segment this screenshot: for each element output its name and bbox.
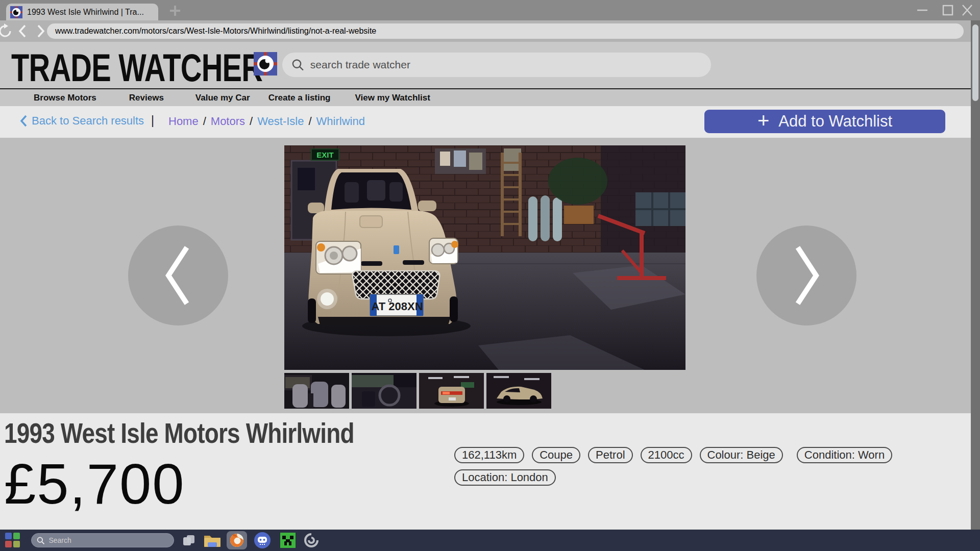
forward-icon[interactable] [32,22,49,40]
start-square-green [13,533,20,539]
chat-app-icon[interactable] [253,532,272,549]
back-to-search-label: Back to Search results [32,114,144,128]
search-icon [37,536,44,545]
minimize-icon[interactable] [915,3,930,17]
gallery-next-button[interactable] [756,226,856,325]
listing-info: 1993 West Isle Motors Whirlwind £5,700 1… [0,413,971,530]
browser-tab[interactable]: 1993 West Isle Whirlwind | Tra... [6,4,158,20]
crumb-separator: / [203,115,206,128]
taskbar [0,530,980,551]
spec-badges: 162,113km Coupe Petrol 2100cc Colour: Be… [454,447,960,486]
crumb-separator: / [308,115,311,128]
site-logo[interactable]: TRADE WATCHER [11,46,262,90]
nav-create-a-listing[interactable]: Create a listing [268,93,331,103]
browser-toolbar [0,20,971,42]
nav-reviews[interactable]: Reviews [129,93,164,103]
scrollbar[interactable] [971,20,980,530]
browser-app-icon[interactable] [227,531,247,549]
badge-mileage: 162,113km [454,447,524,463]
car-photo-illustration: EXIT [284,145,685,370]
spiral-app-icon[interactable] [302,532,321,549]
crumb-home[interactable]: Home [168,115,199,128]
thumbnail-strip [284,373,551,409]
start-square-olive [13,541,20,547]
desktop: 1993 West Isle Whirlwind | Tra... TRADE [0,0,980,551]
tab-title: 1993 West Isle Whirlwind | Tra... [27,8,144,17]
minecraft-app-icon[interactable] [279,532,297,549]
add-to-watchlist-label: Add to Watchlist [778,112,892,131]
crumb-west-isle[interactable]: West-Isle [257,115,304,128]
plus-icon: + [757,110,769,131]
nav-browse-motors[interactable]: Browse Motors [34,93,96,103]
svg-text:AT 208XN: AT 208XN [371,300,423,313]
badge-fuel: Petrol [588,447,632,463]
new-tab-icon[interactable] [166,2,184,19]
maximize-icon[interactable] [940,3,955,17]
site-logo-icon [254,52,277,76]
search-icon [291,58,304,71]
chevron-left-icon [19,114,28,128]
site-search-input[interactable] [310,59,702,71]
back-to-search-link[interactable]: Back to Search results [19,114,144,128]
nav-value-my-car[interactable]: Value my Car [195,93,250,103]
exit-sign: EXIT [311,149,339,160]
breadcrumb-row: Back to Search results | Home / Motors /… [0,106,971,138]
thumbnail-interior-seats[interactable] [284,373,349,409]
taskbar-search-input[interactable] [48,536,168,544]
thumbnail-side-view[interactable] [486,373,551,409]
add-to-watchlist-button[interactable]: + Add to Watchlist [704,110,945,133]
close-icon[interactable] [960,3,975,17]
photo-gallery: EXIT [0,138,971,413]
start-button[interactable] [5,533,20,548]
thumbnail-dashboard[interactable] [352,373,416,409]
badge-bodytype: Coupe [532,447,580,463]
badge-engine: 2100cc [641,447,692,463]
nav-view-my-watchlist[interactable]: View my Watchlist [355,93,430,103]
task-view-icon[interactable] [180,532,198,549]
breadcrumb: Home / Motors / West-Isle / Whirlwind [168,115,365,128]
crumb-motors[interactable]: Motors [211,115,245,128]
scrollbar-thumb[interactable] [972,24,978,101]
chevron-left-icon [160,242,196,309]
license-plate: AT 208XN [370,294,423,316]
crumb-whirlwind[interactable]: Whirlwind [316,115,365,128]
file-explorer-icon[interactable] [203,532,222,549]
thumbnail-rear-view[interactable] [419,373,484,409]
taskbar-search [31,533,174,547]
listing-price: £5,700 [4,451,185,517]
tradewatcher-favicon [10,6,22,18]
back-icon[interactable] [14,22,32,40]
listing-title: 1993 West Isle Motors Whirlwind [4,416,354,449]
gallery-prev-button[interactable] [128,226,228,325]
breadcrumb-divider: | [151,114,154,128]
site-search [282,53,711,77]
badge-location: Location: London [454,469,556,486]
crumb-separator: / [250,115,253,128]
url-input[interactable] [47,23,964,39]
svg-text:EXIT: EXIT [316,151,333,159]
start-square-red [5,541,12,547]
chevron-right-icon [789,242,824,309]
reload-icon[interactable] [0,22,14,40]
listing-photo[interactable]: EXIT [284,145,685,370]
site-header: TRADE WATCHER [0,42,971,88]
site-nav: Browse Motors Reviews Value my Car Creat… [0,89,971,106]
browser-titlebar: 1993 West Isle Whirlwind | Tra... [0,0,980,20]
badge-condition: Condition: Worn [797,447,892,463]
badge-colour: Colour: Beige [700,447,783,463]
start-square-blue [5,533,12,539]
